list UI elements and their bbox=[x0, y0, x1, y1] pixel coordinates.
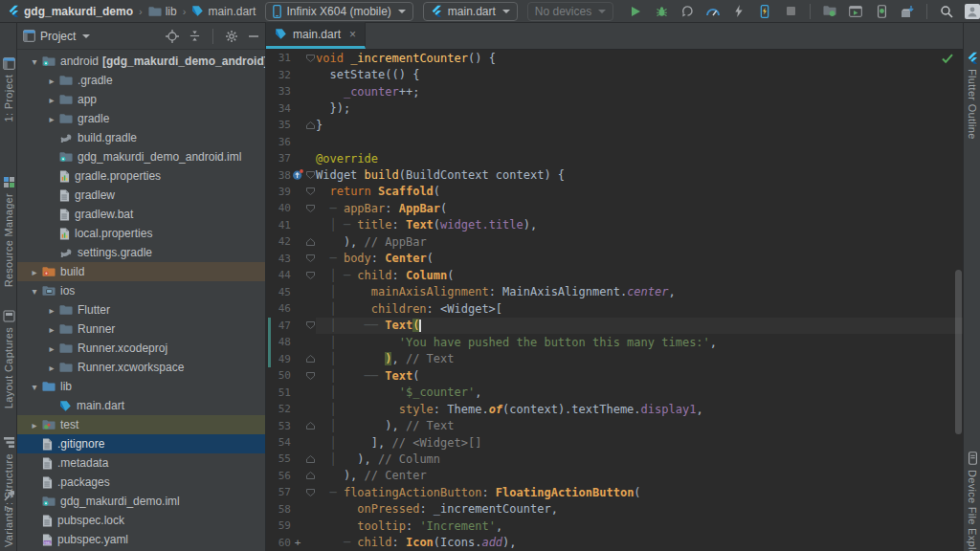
code-line-37[interactable]: 37@override bbox=[266, 150, 963, 166]
code-line-58[interactable]: 58 onPressed: _incrementCounter, bbox=[266, 501, 963, 518]
chevron-collapsed-icon[interactable]: ▸ bbox=[44, 363, 59, 373]
device-selector-dropdown[interactable]: Infinix X604 (mobile) bbox=[265, 2, 412, 21]
tree-item--packages[interactable]: .packages bbox=[17, 473, 265, 492]
chevron-collapsed-icon[interactable]: ▸ bbox=[44, 114, 59, 124]
code-line-41[interactable]: 41 │ ─ title: Text(widget.title), bbox=[266, 217, 963, 233]
tree-item-pubspec-lock[interactable]: pubspec.lock bbox=[17, 511, 265, 530]
tree-item-build-gradle[interactable]: build.gradle bbox=[17, 128, 265, 147]
tool-window-button-device-file-explorer[interactable]: Device File Explorer bbox=[964, 452, 980, 551]
code-line-55[interactable]: 55 │ ), // Column bbox=[266, 451, 963, 467]
run-button[interactable] bbox=[627, 3, 644, 20]
breadcrumb-item-gdg_makurdi_demo[interactable]: gdg_makurdi_demo bbox=[8, 5, 133, 18]
fold-marker[interactable] bbox=[304, 472, 316, 479]
tree-item-gradle[interactable]: ▸gradle bbox=[17, 109, 265, 128]
tree-item-build[interactable]: ▸build bbox=[17, 262, 265, 281]
gear-icon[interactable] bbox=[225, 30, 238, 43]
code-line-49[interactable]: 49 │ ), // Text bbox=[266, 350, 963, 366]
fold-marker[interactable] bbox=[304, 55, 316, 62]
code-line-33[interactable]: 33 _counter++; bbox=[266, 83, 963, 99]
avatar-button[interactable] bbox=[964, 3, 980, 20]
tree-item-ios[interactable]: ▾ios bbox=[17, 281, 265, 300]
chevron-collapsed-icon[interactable]: ▸ bbox=[44, 305, 59, 316]
fold-marker[interactable] bbox=[304, 171, 316, 179]
tree-item-gradlew[interactable]: gradlew bbox=[17, 186, 265, 205]
fold-marker[interactable] bbox=[304, 205, 316, 212]
chevron-collapsed-icon[interactable]: ▸ bbox=[44, 76, 59, 86]
code-line-45[interactable]: 45 │ mainAxisAlignment: MainAxisAlignmen… bbox=[266, 284, 963, 300]
code-line-39[interactable]: 39 return Scaffold( bbox=[266, 184, 963, 200]
chevron-expanded-icon[interactable]: ▾ bbox=[27, 56, 42, 67]
tree-item-settings-gradle[interactable]: settings.gradle bbox=[17, 243, 265, 262]
tree-item-runner[interactable]: ▸Runner bbox=[17, 320, 265, 339]
tree-item-runner-xcodeproj[interactable]: ▸Runner.xcodeproj bbox=[17, 339, 265, 358]
tree-item-android[interactable]: ▾android[gdg_makurdi_demo_android] bbox=[17, 52, 265, 71]
code-line-47[interactable]: 47 │ ── Text( bbox=[266, 318, 963, 334]
code-line-34[interactable]: 34 }); bbox=[266, 99, 963, 116]
chevron-collapsed-icon[interactable]: ▸ bbox=[44, 343, 59, 354]
code-line-46[interactable]: 46 │ children: <Widget>[ bbox=[266, 300, 963, 317]
fold-marker[interactable] bbox=[304, 455, 316, 463]
code-line-42[interactable]: 42 ), // AppBar bbox=[266, 233, 963, 250]
tree-item--metadata[interactable]: .metadata bbox=[17, 453, 265, 473]
code-line-51[interactable]: 51 │ '$_counter', bbox=[266, 384, 963, 400]
tool-window-button-build-variants[interactable]: Build Variants bbox=[0, 490, 17, 551]
tool-window-button-layout-captures[interactable]: Layout Captures bbox=[0, 310, 17, 408]
flutter-performance-button[interactable] bbox=[704, 3, 722, 20]
close-icon[interactable]: × bbox=[349, 28, 356, 41]
code-line-60[interactable]: 60+ ─ child: Icon(Icons.add), bbox=[266, 535, 963, 551]
tool-window-button-resource-manager[interactable]: Resource Manager bbox=[0, 176, 17, 287]
tree-item-pubspec-yaml[interactable]: YMLpubspec.yaml bbox=[17, 530, 265, 549]
hide-panel-button[interactable] bbox=[248, 31, 259, 42]
project-view-selector[interactable]: Project bbox=[23, 30, 90, 43]
code-line-43[interactable]: 43 ─ body: Center( bbox=[266, 251, 963, 267]
flutter-device-dropdown[interactable]: No devices bbox=[527, 2, 613, 21]
tree-item-runner-xcworkspace[interactable]: ▸Runner.xcworkspace bbox=[17, 358, 265, 377]
plus-gutter-icon[interactable]: + bbox=[291, 537, 304, 549]
tree-item-gradle-properties[interactable]: gradle.properties bbox=[17, 166, 265, 186]
tree-item-local-properties[interactable]: local.properties bbox=[17, 224, 265, 243]
tree-item--gitignore[interactable]: .gitignore bbox=[17, 434, 265, 453]
hot-restart-button[interactable] bbox=[756, 3, 773, 20]
locate-file-button[interactable] bbox=[166, 30, 179, 43]
tab-main-dart[interactable]: main.dart × bbox=[266, 22, 366, 49]
fold-marker[interactable] bbox=[304, 272, 316, 279]
code-editor[interactable]: 31void _incrementCounter() {32 setState(… bbox=[266, 50, 963, 551]
code-line-53[interactable]: 53 │ ), // Text bbox=[266, 417, 963, 433]
fold-marker[interactable] bbox=[304, 489, 316, 496]
breadcrumb-item-lib[interactable]: lib bbox=[148, 5, 177, 18]
fold-marker[interactable] bbox=[304, 355, 316, 363]
code-line-31[interactable]: 31void _incrementCounter() { bbox=[266, 50, 963, 66]
run-config-dropdown[interactable]: main.dart bbox=[423, 2, 518, 21]
tool-window-button-1-project[interactable]: 1: Project bbox=[0, 57, 17, 121]
fold-marker[interactable] bbox=[304, 321, 316, 329]
tree-item-gdg-makurdi-demo-android-iml[interactable]: gdg_makurdi_demo_android.iml bbox=[17, 147, 265, 166]
override-gutter-icon[interactable] bbox=[291, 169, 304, 181]
debug-button[interactable] bbox=[653, 3, 670, 20]
code-line-36[interactable]: 36 bbox=[266, 133, 963, 149]
chevron-collapsed-icon[interactable]: ▸ bbox=[27, 267, 42, 277]
tree-item-lib[interactable]: ▾lib bbox=[17, 377, 265, 396]
collapse-all-button[interactable] bbox=[189, 30, 201, 42]
chevron-collapsed-icon[interactable]: ▸ bbox=[44, 324, 59, 335]
breadcrumb-item-main.dart[interactable]: main.dart bbox=[191, 5, 256, 18]
code-line-48[interactable]: 48 │ 'You have pushed the button this ma… bbox=[266, 334, 963, 350]
code-line-54[interactable]: 54 │ ], // <Widget>[] bbox=[266, 434, 963, 451]
code-line-59[interactable]: 59 tooltip: 'Increment', bbox=[266, 518, 963, 534]
fold-marker[interactable] bbox=[304, 121, 316, 129]
code-line-50[interactable]: 50 │ ── Text( bbox=[266, 367, 963, 384]
tree-item-main-dart[interactable]: main.dart bbox=[17, 396, 265, 415]
tree-item-app[interactable]: ▸app bbox=[17, 90, 265, 109]
tree-item-gradlew-bat[interactable]: gradlew.bat bbox=[17, 205, 265, 224]
fold-marker[interactable] bbox=[304, 372, 316, 380]
code-line-38[interactable]: 38Widget build(BuildContext context) { bbox=[266, 166, 963, 183]
stop-button[interactable] bbox=[782, 3, 799, 20]
sdk-manager-button[interactable] bbox=[899, 3, 916, 20]
tool-window-button-flutter-outline[interactable]: Flutter Outline bbox=[964, 52, 980, 140]
tree-item--gradle[interactable]: ▸.gradle bbox=[17, 71, 265, 90]
chevron-expanded-icon[interactable]: ▾ bbox=[27, 382, 42, 392]
fold-marker[interactable] bbox=[304, 254, 316, 262]
editor-scrollbar[interactable] bbox=[955, 270, 962, 434]
code-line-52[interactable]: 52 │ style: Theme.of(context).textTheme.… bbox=[266, 401, 963, 417]
chevron-collapsed-icon[interactable]: ▸ bbox=[44, 95, 59, 105]
logcat-button[interactable] bbox=[847, 3, 864, 20]
